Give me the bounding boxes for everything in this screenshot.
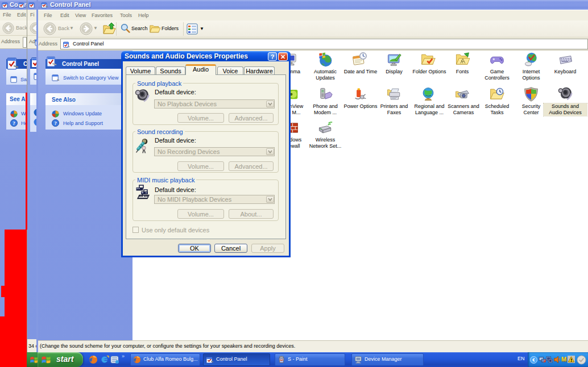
svg-text:?: ? [54,120,57,126]
svg-text:?: ? [13,120,15,126]
